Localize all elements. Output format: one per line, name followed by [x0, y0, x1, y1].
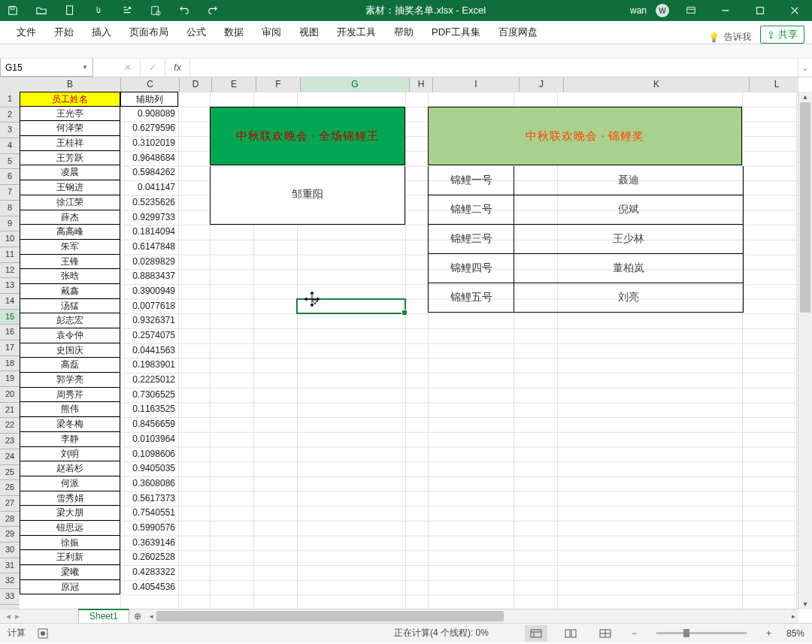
- sheet-first-icon[interactable]: ◂: [6, 611, 11, 621]
- row-header[interactable]: 26: [0, 480, 20, 496]
- name-cell[interactable]: 袁令仲: [20, 328, 120, 343]
- name-cell[interactable]: 彭志宏: [20, 313, 120, 328]
- add-sheet-icon[interactable]: ⊕: [129, 609, 146, 623]
- helper-cell[interactable]: 0.8456659: [120, 417, 178, 432]
- row-header[interactable]: 29: [0, 527, 20, 543]
- helper-cell[interactable]: 0.4054536: [120, 580, 178, 595]
- column-header[interactable]: B: [20, 77, 121, 92]
- zoom-slider[interactable]: [656, 632, 747, 634]
- header-cell-helper[interactable]: 辅助列: [120, 92, 178, 107]
- tab-home[interactable]: 开始: [45, 23, 83, 44]
- row-header[interactable]: 16: [0, 325, 20, 340]
- cancel-icon[interactable]: ✕: [116, 59, 141, 77]
- column-header[interactable]: E: [212, 77, 256, 92]
- zoom-level[interactable]: 85%: [786, 628, 804, 639]
- open-icon[interactable]: [33, 0, 50, 21]
- helper-cell[interactable]: 0.5617373: [120, 491, 178, 506]
- row-header[interactable]: 22: [0, 418, 20, 434]
- column-header[interactable]: G: [301, 77, 410, 92]
- helper-cell[interactable]: 0.6279596: [120, 121, 178, 136]
- tab-file[interactable]: 文件: [8, 23, 45, 44]
- row-header[interactable]: 24: [0, 449, 20, 465]
- sheet-nav[interactable]: ◂ ▸: [0, 609, 78, 623]
- helper-cell[interactable]: 0.9326371: [120, 313, 178, 328]
- row-header[interactable]: 27: [0, 496, 20, 512]
- name-cell[interactable]: 徐振: [20, 536, 120, 551]
- helper-cell[interactable]: 0.2574075: [120, 328, 178, 343]
- name-cell[interactable]: 郭学亮: [20, 373, 120, 388]
- name-cell[interactable]: 周秀芹: [20, 388, 120, 403]
- tab-baidu[interactable]: 百度网盘: [489, 23, 547, 44]
- name-cell[interactable]: 熊伟: [20, 402, 120, 417]
- tell-me-search[interactable]: 💡 告诉我: [708, 31, 751, 44]
- column-header[interactable]: I: [433, 77, 520, 92]
- helper-cell[interactable]: 0.3608086: [120, 476, 178, 491]
- close-icon[interactable]: [782, 0, 807, 21]
- header-cell-name[interactable]: 员工姓名: [20, 92, 120, 107]
- prize-winner[interactable]: 王少林: [514, 225, 743, 253]
- row-header[interactable]: 13: [0, 278, 20, 294]
- prize-winner[interactable]: 倪斌: [514, 195, 743, 224]
- helper-cell[interactable]: 0.2602528: [120, 550, 178, 565]
- name-cell[interactable]: 刘明: [20, 447, 120, 462]
- undo-icon[interactable]: [176, 0, 192, 21]
- fx-icon[interactable]: fx: [165, 59, 190, 77]
- row-header[interactable]: 20: [0, 387, 20, 403]
- name-cell[interactable]: 高高峰: [20, 225, 120, 240]
- helper-cell[interactable]: 0.041147: [120, 180, 178, 195]
- row-header[interactable]: 3: [0, 122, 20, 138]
- column-header[interactable]: L: [750, 77, 798, 92]
- helper-cell[interactable]: 0.8883437: [120, 269, 178, 284]
- macro-record-icon[interactable]: [38, 628, 48, 639]
- view-pagelayout-icon[interactable]: [559, 625, 582, 642]
- helper-cell[interactable]: 0.1098606: [120, 447, 178, 462]
- helper-cell[interactable]: 0.6147848: [120, 240, 178, 255]
- helper-cell[interactable]: 0.7540551: [120, 506, 178, 521]
- row-header[interactable]: 12: [0, 263, 20, 279]
- row-header[interactable]: 4: [0, 138, 20, 154]
- account-name[interactable]: wan: [630, 5, 647, 16]
- scroll-down-icon[interactable]: ▼: [798, 599, 812, 609]
- row-header[interactable]: 10: [0, 231, 20, 247]
- view-pagebreak-icon[interactable]: [594, 625, 617, 642]
- row-header[interactable]: 30: [0, 543, 20, 558]
- sort-icon[interactable]: [119, 0, 135, 21]
- prize-label[interactable]: 锦鲤三号: [429, 225, 514, 253]
- share-button[interactable]: ⇪ 共享: [760, 26, 804, 44]
- row-header[interactable]: 28: [0, 512, 20, 528]
- redo-icon[interactable]: [205, 0, 221, 21]
- scroll-right-icon[interactable]: ▸: [788, 609, 798, 623]
- row-headers[interactable]: 1234567891011121314151617181920212223242…: [0, 92, 20, 609]
- column-header[interactable]: K: [564, 77, 750, 92]
- name-cell[interactable]: 戴鑫: [20, 284, 120, 299]
- helper-cell[interactable]: 0.0441563: [120, 343, 178, 358]
- preview-icon[interactable]: [147, 0, 164, 21]
- helper-cell[interactable]: 0.4283322: [120, 565, 178, 580]
- formula-input[interactable]: [190, 59, 798, 77]
- tab-data[interactable]: 数据: [215, 23, 253, 44]
- scroll-thumb-horizontal[interactable]: [156, 611, 504, 621]
- name-cell[interactable]: 朱军: [20, 240, 120, 255]
- helper-cell[interactable]: 0.1814094: [120, 225, 178, 240]
- cells-area[interactable]: 员工姓名王光亭何泽荣王桂祥王芳跃凌晨王钢进徐江荣薛杰高高峰朱军王锋张晗戴鑫汤猛彭…: [20, 92, 798, 609]
- worksheet-grid[interactable]: BCDEFGHIJKL 1234567891011121314151617181…: [0, 77, 812, 623]
- tab-layout[interactable]: 页面布局: [120, 23, 177, 44]
- name-cell[interactable]: 张晗: [20, 269, 120, 284]
- helper-cell[interactable]: 0.9299733: [120, 210, 178, 225]
- column-header[interactable]: H: [410, 77, 433, 92]
- tab-developer[interactable]: 开发工具: [328, 23, 385, 44]
- name-cell[interactable]: 王桂祥: [20, 136, 120, 151]
- row-header[interactable]: 11: [0, 247, 20, 263]
- helper-cell[interactable]: 0.5990576: [120, 521, 178, 536]
- zoom-knob[interactable]: [683, 629, 689, 637]
- name-cell[interactable]: 梁大朋: [20, 506, 120, 521]
- row-header[interactable]: 33: [0, 589, 20, 605]
- row-header[interactable]: 8: [0, 201, 20, 216]
- row-header[interactable]: 9: [0, 216, 20, 232]
- row-header[interactable]: 7: [0, 185, 20, 201]
- name-cell[interactable]: 原冠: [20, 580, 120, 595]
- name-cell[interactable]: 梁冬梅: [20, 417, 120, 432]
- name-cell[interactable]: 钮思远: [20, 521, 120, 536]
- save-icon[interactable]: [5, 0, 21, 21]
- name-cell[interactable]: 何泽荣: [20, 121, 120, 136]
